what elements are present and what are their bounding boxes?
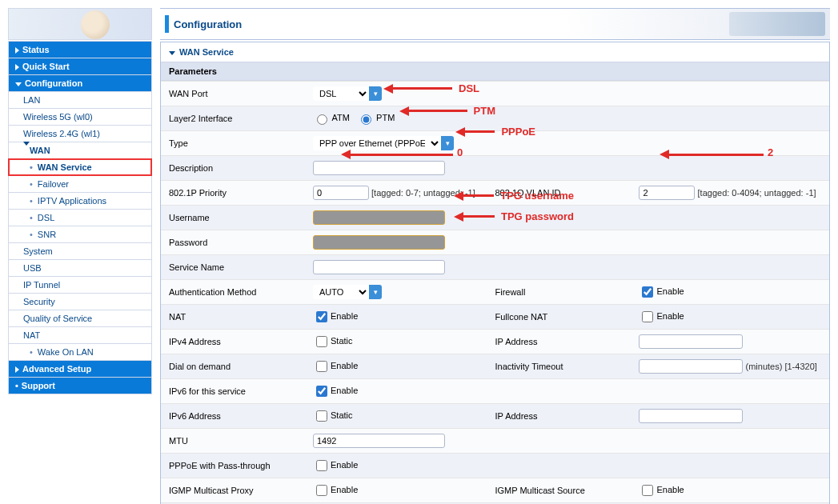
- ipv4-static[interactable]: Static: [313, 336, 353, 346]
- nav-lan[interactable]: LAN: [8, 91, 152, 109]
- bullet-icon: •: [30, 179, 33, 189]
- igmp-source-enable[interactable]: Enable: [639, 485, 684, 494]
- page-title: Configuration: [174, 18, 242, 30]
- vlan-label: 802.1Q VLAN ID: [487, 181, 631, 206]
- header-accent-icon: [165, 15, 169, 33]
- username-label: Username: [161, 206, 305, 230]
- nav-nat[interactable]: NAT: [8, 326, 152, 344]
- caret-icon: ▾: [441, 136, 454, 150]
- wan-port-label: WAN Port: [161, 82, 305, 106]
- ptm-radio[interactable]: [361, 114, 371, 125]
- nav-wol[interactable]: •Wake On LAN: [8, 343, 152, 361]
- ipv6-svc-checkbox[interactable]: [316, 386, 327, 397]
- priority-input[interactable]: [313, 186, 369, 200]
- nat-checkbox[interactable]: [316, 311, 327, 322]
- sidebar: Status Quick Start Configuration LAN Wir…: [8, 8, 152, 394]
- service-name-label: Service Name: [161, 255, 305, 280]
- firewall-checkbox[interactable]: [642, 286, 653, 298]
- fullcone-enable[interactable]: Enable: [639, 311, 684, 321]
- auth-select[interactable]: AUTO: [313, 285, 369, 299]
- inactivity-hint: (minutes) [1-4320]: [746, 362, 817, 371]
- bullet-icon: •: [30, 162, 33, 172]
- ipv6-svc-label: IPv6 for this service: [161, 379, 305, 404]
- dod-checkbox[interactable]: [316, 361, 327, 372]
- nav-snr[interactable]: •SNR: [8, 226, 152, 243]
- auth-label: Authentication Method: [161, 280, 305, 305]
- igmp-source-label: IGMP Multicast Source: [487, 478, 631, 503]
- bullet-icon: •: [30, 213, 33, 222]
- description-input[interactable]: [313, 161, 445, 175]
- igmp-source-checkbox[interactable]: [642, 485, 653, 496]
- priority-hint: [tagged: 0-7; untagged: -1]: [371, 188, 475, 198]
- nav-wan[interactable]: WAN: [8, 142, 152, 159]
- username-input[interactable]: [313, 210, 445, 225]
- nav-system[interactable]: System: [8, 242, 152, 260]
- igmp-proxy-enable[interactable]: Enable: [313, 485, 358, 494]
- parameters-table: WAN Port DSL▾ Layer2 Interface ATM PTM T…: [161, 81, 829, 504]
- atm-radio[interactable]: [317, 114, 327, 125]
- nat-enable[interactable]: Enable: [313, 311, 358, 321]
- wan-service-panel: WAN Service Parameters WAN Port DSL▾ Lay…: [160, 42, 830, 504]
- nav-usb[interactable]: USB: [8, 259, 152, 277]
- layer2-ptm-option[interactable]: PTM: [357, 113, 395, 122]
- panel-title[interactable]: WAN Service: [161, 42, 829, 62]
- nav-configuration[interactable]: Configuration: [8, 74, 152, 92]
- type-label: Type: [161, 131, 305, 156]
- nav-status[interactable]: Status: [8, 41, 152, 58]
- ipv6-static-checkbox[interactable]: [316, 410, 327, 422]
- nav-qos[interactable]: Quality of Service: [8, 310, 152, 327]
- dod-enable[interactable]: Enable: [313, 361, 358, 370]
- layer2-label: Layer2 Interface: [161, 106, 305, 131]
- ipv6-svc-enable[interactable]: Enable: [313, 386, 358, 395]
- nav-support[interactable]: •Support: [8, 377, 152, 394]
- bullet-icon: •: [30, 347, 33, 357]
- mtu-label: MTU: [161, 429, 305, 454]
- passthrough-checkbox[interactable]: [316, 460, 327, 471]
- priority-label: 802.1P Priority: [161, 181, 305, 206]
- ipv6-static[interactable]: Static: [313, 410, 353, 420]
- passthrough-enable[interactable]: Enable: [313, 460, 358, 470]
- nav-security[interactable]: Security: [8, 293, 152, 310]
- description-label: Description: [161, 156, 305, 181]
- ipv4-label: IPv4 Address: [161, 330, 305, 354]
- nav-iptv[interactable]: •IPTV Applications: [8, 192, 152, 210]
- nav-dsl[interactable]: •DSL: [8, 209, 152, 226]
- wan-port-select[interactable]: DSL: [313, 86, 369, 101]
- password-input[interactable]: [313, 235, 445, 250]
- nav-wireless-5g[interactable]: Wireless 5G (wl0): [8, 108, 152, 126]
- bullet-icon: •: [30, 196, 33, 206]
- nav-advanced[interactable]: Advanced Setup: [8, 360, 152, 378]
- caret-icon: ▾: [369, 285, 382, 299]
- type-select[interactable]: PPP over Ethernet (PPPoE): [313, 136, 441, 150]
- firewall-enable[interactable]: Enable: [639, 286, 684, 296]
- nav-failover[interactable]: •Failover: [8, 175, 152, 193]
- ipv4-static-checkbox[interactable]: [316, 336, 327, 347]
- nav-wan-service[interactable]: •WAN Service: [8, 158, 152, 176]
- nat-label: NAT: [161, 305, 305, 330]
- ip-address-input[interactable]: [639, 334, 743, 349]
- page-header: Configuration: [160, 8, 830, 40]
- igmp-proxy-label: IGMP Multicast Proxy: [161, 478, 305, 503]
- nav-wireless-24g[interactable]: Wireless 2.4G (wl1): [8, 125, 152, 142]
- vlan-hint: [tagged: 0-4094; untagged: -1]: [698, 188, 816, 198]
- ip-address-label: IP Address: [487, 330, 631, 354]
- inactivity-label: Inactivity Timeout: [487, 354, 631, 379]
- mtu-input[interactable]: [313, 434, 445, 448]
- service-name-input[interactable]: [313, 260, 445, 274]
- igmp-proxy-checkbox[interactable]: [316, 485, 327, 496]
- sidebar-banner: [8, 8, 152, 40]
- firewall-label: Firewall: [487, 280, 631, 305]
- nav-quick-start[interactable]: Quick Start: [8, 58, 152, 75]
- nav-ip-tunnel[interactable]: IP Tunnel: [8, 276, 152, 294]
- ipv6-ip-label: IP Address: [487, 404, 631, 429]
- fullcone-label: Fullcone NAT: [487, 305, 631, 330]
- layer2-atm-option[interactable]: ATM: [313, 113, 350, 122]
- chevron-down-icon: [23, 142, 30, 155]
- vlan-input[interactable]: [639, 186, 695, 200]
- parameters-heading: Parameters: [161, 62, 829, 81]
- fullcone-checkbox[interactable]: [642, 311, 653, 322]
- ipv6-addr-label: IPv6 Address: [161, 404, 305, 429]
- passthrough-label: PPPoE with Pass-through: [161, 454, 305, 478]
- inactivity-input[interactable]: [639, 359, 743, 374]
- ipv6-ip-input[interactable]: [639, 409, 743, 423]
